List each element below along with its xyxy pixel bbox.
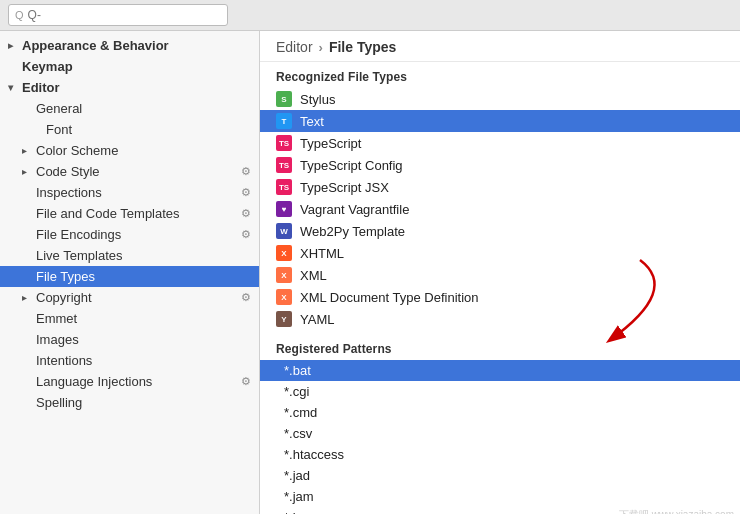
file-type-icon: TS [276, 157, 292, 173]
sidebar-item-label: Live Templates [36, 248, 122, 263]
file-type-item[interactable]: TSTypeScript JSX [260, 176, 740, 198]
file-type-item[interactable]: YYAML [260, 308, 740, 330]
file-type-item[interactable]: TSTypeScript Config [260, 154, 740, 176]
sidebar-item-file-encodings[interactable]: File Encodings⚙ [0, 224, 259, 245]
search-box[interactable]: Q [8, 4, 228, 26]
sidebar-item-file-types[interactable]: File Types [0, 266, 259, 287]
sidebar-item-live-templates[interactable]: Live Templates [0, 245, 259, 266]
sidebar-item-file-and-code-templates[interactable]: File and Code Templates⚙ [0, 203, 259, 224]
sidebar-item-label: Keymap [22, 59, 73, 74]
sidebar-item-label: File Encodings [36, 227, 121, 242]
sidebar-item-label: Images [36, 332, 79, 347]
breadcrumb-parent: Editor [276, 39, 313, 55]
sidebar-item-editor[interactable]: ▾Editor [0, 77, 259, 98]
sidebar-item-intentions[interactable]: Intentions [0, 350, 259, 371]
sidebar-item-label: Color Scheme [36, 143, 118, 158]
file-type-icon: W [276, 223, 292, 239]
settings-badge-icon: ⚙ [241, 207, 251, 220]
sidebar-item-keymap[interactable]: Keymap [0, 56, 259, 77]
content-body: Recognized File Types SStylusTTextTSType… [260, 62, 740, 514]
registered-section-label: Registered Patterns [260, 334, 740, 360]
search-input[interactable] [28, 8, 221, 22]
search-icon: Q [15, 9, 24, 21]
sidebar-item-language-injections[interactable]: Language Injections⚙ [0, 371, 259, 392]
pattern-name: *.htaccess [284, 447, 344, 462]
file-type-name: Web2Py Template [300, 224, 405, 239]
file-types-list: SStylusTTextTSTypeScriptTSTypeScript Con… [260, 88, 740, 330]
pattern-item[interactable]: *.csv [260, 423, 740, 444]
sidebar-item-label: General [36, 101, 82, 116]
sidebar-item-images[interactable]: Images [0, 329, 259, 350]
file-type-name: Text [300, 114, 324, 129]
file-type-icon: Y [276, 311, 292, 327]
file-type-item[interactable]: XXML Document Type Definition [260, 286, 740, 308]
pattern-name: *.cmd [284, 405, 317, 420]
settings-badge-icon: ⚙ [241, 291, 251, 304]
sidebar-item-label: Emmet [36, 311, 77, 326]
file-type-name: XHTML [300, 246, 344, 261]
sidebar-item-label: File Types [36, 269, 95, 284]
sidebar-item-general[interactable]: General [0, 98, 259, 119]
breadcrumb-separator: › [319, 40, 323, 55]
file-type-name: YAML [300, 312, 334, 327]
pattern-name: *.log [284, 510, 310, 514]
file-type-name: Vagrant Vagrantfile [300, 202, 409, 217]
file-type-item[interactable]: ♥Vagrant Vagrantfile [260, 198, 740, 220]
sidebar-item-label: Code Style [36, 164, 100, 179]
pattern-item[interactable]: *.htaccess [260, 444, 740, 465]
file-type-item[interactable]: WWeb2Py Template [260, 220, 740, 242]
pattern-name: *.cgi [284, 384, 309, 399]
sidebar-item-label: Intentions [36, 353, 92, 368]
file-type-icon: TS [276, 179, 292, 195]
file-type-icon: X [276, 289, 292, 305]
breadcrumb: Editor › File Types [260, 31, 740, 62]
sidebar-item-copyright[interactable]: ▸Copyright⚙ [0, 287, 259, 308]
file-type-name: Stylus [300, 92, 335, 107]
pattern-item[interactable]: *.jam [260, 486, 740, 507]
file-type-item[interactable]: TText [260, 110, 740, 132]
file-type-icon: S [276, 91, 292, 107]
sidebar-item-code-style[interactable]: ▸Code Style⚙ [0, 161, 259, 182]
pattern-item[interactable]: *.cgi [260, 381, 740, 402]
sidebar-item-label: Editor [22, 80, 60, 95]
file-type-name: TypeScript [300, 136, 361, 151]
arrow-icon: ▸ [22, 166, 32, 177]
settings-badge-icon: ⚙ [241, 375, 251, 388]
content-panel: Editor › File Types Recognized File Type… [260, 31, 740, 514]
pattern-item[interactable]: *.cmd [260, 402, 740, 423]
sidebar-item-label: Appearance & Behavior [22, 38, 169, 53]
pattern-name: *.csv [284, 426, 312, 441]
arrow-icon: ▾ [8, 82, 18, 93]
file-type-icon: ♥ [276, 201, 292, 217]
recognized-section-label: Recognized File Types [260, 62, 740, 88]
sidebar-item-appearance[interactable]: ▸Appearance & Behavior [0, 35, 259, 56]
arrow-icon: ▸ [22, 145, 32, 156]
file-type-icon: X [276, 245, 292, 261]
sidebar: ▸Appearance & Behavior Keymap▾Editor Gen… [0, 31, 260, 514]
sidebar-item-inspections[interactable]: Inspections⚙ [0, 182, 259, 203]
pattern-item[interactable]: *.bat [260, 360, 740, 381]
file-type-icon: T [276, 113, 292, 129]
file-type-name: TypeScript Config [300, 158, 403, 173]
sidebar-item-spelling[interactable]: Spelling [0, 392, 259, 413]
arrow-icon: ▸ [8, 40, 18, 51]
file-type-icon: TS [276, 135, 292, 151]
sidebar-item-label: Language Injections [36, 374, 152, 389]
sidebar-item-label: File and Code Templates [36, 206, 180, 221]
file-type-item[interactable]: XXHTML [260, 242, 740, 264]
top-bar: Q [0, 0, 740, 31]
sidebar-item-color-scheme[interactable]: ▸Color Scheme [0, 140, 259, 161]
file-type-item[interactable]: SStylus [260, 88, 740, 110]
sidebar-item-label: Inspections [36, 185, 102, 200]
patterns-list: *.bat*.cgi*.cmd*.csv*.htaccess*.jad*.jam… [260, 360, 740, 514]
pattern-name: *.jad [284, 468, 310, 483]
file-type-item[interactable]: TSTypeScript [260, 132, 740, 154]
sidebar-item-label: Font [46, 122, 72, 137]
file-type-item[interactable]: XXML [260, 264, 740, 286]
watermark: 下载吧 www.xiazaiba.com [619, 508, 734, 514]
pattern-item[interactable]: *.jad [260, 465, 740, 486]
settings-badge-icon: ⚙ [241, 186, 251, 199]
sidebar-item-emmet[interactable]: Emmet [0, 308, 259, 329]
sidebar-item-font[interactable]: Font [0, 119, 259, 140]
settings-badge-icon: ⚙ [241, 228, 251, 241]
